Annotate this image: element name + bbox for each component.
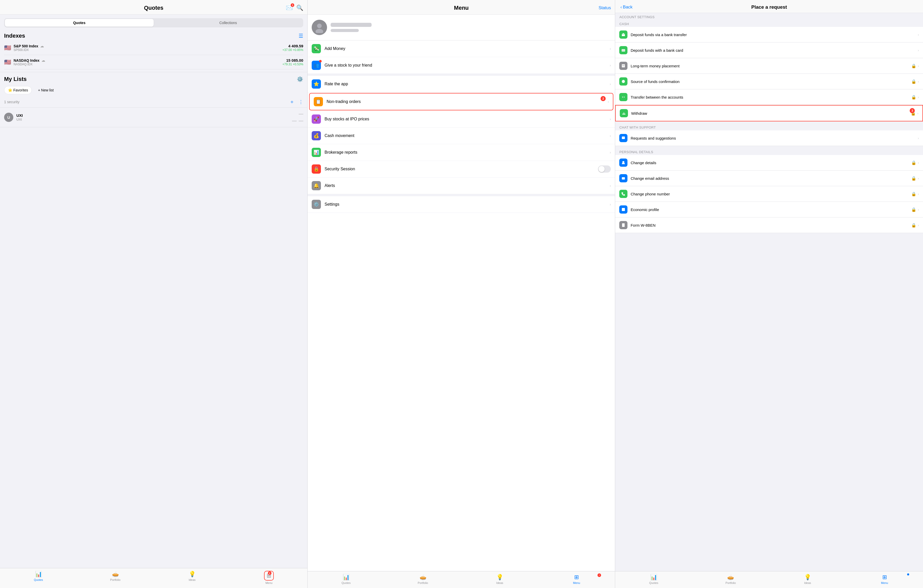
profile-section	[307, 15, 615, 41]
stock-item-uxi[interactable]: U UXI UXI — — —	[0, 108, 307, 127]
give-stock-chevron: ›	[610, 63, 611, 67]
collections-tab[interactable]: Collections	[154, 19, 302, 26]
form-w8ben-item[interactable]: Form W-8BEN 🔒 ›	[615, 217, 923, 233]
deposit-card-label: Deposit funds with a bank card	[631, 48, 918, 53]
deposit-bank-transfer-item[interactable]: Deposit funds via a bank transfer ›	[615, 27, 923, 43]
change-email-item[interactable]: Change email address 🔒 ›	[615, 171, 923, 186]
cash-group: Deposit funds via a bank transfer › Depo…	[615, 27, 923, 122]
ideas-icon-right: 💡	[804, 574, 811, 581]
ideas-label-mid: Ideas	[496, 581, 503, 585]
list-tabs: ⭐ Favorites + New list	[0, 84, 307, 96]
back-button[interactable]: ‹ Back	[620, 5, 632, 10]
security-toggle[interactable]	[598, 166, 611, 172]
ideas-tab-label: Ideas	[189, 578, 195, 581]
alerts-chevron: ›	[610, 184, 611, 188]
menu-item-settings[interactable]: ⚙️ Settings ›	[307, 196, 615, 213]
left-header: Quotes ✉️ 1 🔍	[0, 0, 307, 15]
tab-portfolio-left[interactable]: 🥧 Portfolio	[77, 571, 154, 585]
sp500-change: +37.00 +0.85%	[282, 48, 303, 52]
tab-menu-right[interactable]: ⊞ Menu	[846, 574, 923, 585]
chat-group: Requests and suggestions ›	[615, 130, 923, 146]
security-count: 1 security	[4, 100, 20, 104]
chat-support-header: CHAT WITH SUPPORT	[615, 123, 923, 130]
portfolio-tab-icon: 🥧	[112, 571, 119, 578]
withdraw-item[interactable]: Withdraw 3 🔒 ›	[615, 105, 923, 122]
cash-header: CASH	[615, 20, 923, 27]
long-term-lock: 🔒	[911, 64, 916, 68]
source-funds-label: Source of funds confirmation	[631, 79, 911, 84]
add-security-icon[interactable]: ＋	[289, 99, 294, 105]
status-button[interactable]: Status	[598, 5, 611, 10]
svg-rect-22	[622, 226, 624, 226]
nasdaq-info: NASDAQ Index ☁ NASDAQ.IDX	[13, 58, 282, 66]
add-money-label: Add Money	[325, 46, 610, 51]
long-term-item[interactable]: Long-term money placement 🔒 ›	[615, 58, 923, 74]
rate-label: Rate the app	[325, 82, 610, 86]
menu-item-give-stock[interactable]: 👥 Give a stock to your friend ›	[307, 57, 615, 74]
tab-ideas-mid[interactable]: 💡 Ideas	[461, 574, 538, 585]
tab-ideas-right[interactable]: 💡 Ideas	[769, 574, 846, 585]
menu-item-reports[interactable]: 📊 Brokerage reports ›	[307, 144, 615, 161]
left-panel: Quotes ✉️ 1 🔍 Quotes Collections Indexes…	[0, 0, 307, 588]
portfolio-tab-label: Portfolio	[110, 578, 120, 581]
change-phone-icon	[619, 190, 627, 198]
menu-item-rate-app[interactable]: ⭐ Rate the app ›	[307, 76, 615, 92]
menu-item-non-trading[interactable]: 📋 Non-trading orders 2 ›	[309, 93, 613, 110]
stock-details: UXI UXI	[16, 113, 292, 122]
menu-section-1: 💸 Add Money › 👥 Give a stock to your fri…	[307, 41, 615, 74]
profile-name-blurred	[331, 23, 371, 27]
list-icon[interactable]: ☰	[299, 33, 303, 39]
left-header-icons: ✉️ 1 🔍	[286, 5, 303, 11]
cash-chevron: ›	[610, 134, 611, 138]
transfer-lock: 🔒	[911, 95, 916, 100]
tab-quotes-right[interactable]: 📊 Quotes	[615, 574, 692, 585]
form-w8ben-chevron: ›	[918, 223, 919, 227]
change-email-chevron: ›	[918, 176, 919, 180]
economic-profile-item[interactable]: Economic profile 🔒 ›	[615, 202, 923, 217]
menu-item-alerts[interactable]: 🔔 Alerts ›	[307, 177, 615, 194]
source-funds-item[interactable]: $ Source of funds confirmation 🔒 ›	[615, 74, 923, 89]
deposit-card-item[interactable]: Deposit funds with a bank card ›	[615, 43, 923, 58]
long-term-icon	[619, 62, 627, 70]
right-tab-bar: 📊 Quotes 🥧 Portfolio 💡 Ideas ⊞ Menu	[615, 571, 923, 588]
quotes-tab[interactable]: Quotes	[5, 19, 154, 26]
gear-icon[interactable]: ⚙️	[297, 76, 303, 82]
deposit-transfer-icon	[619, 31, 627, 39]
index-item-sp500[interactable]: 🇺🇸 S&P 500 Index ☁ SP500.IDX 4 409.59 +3…	[4, 41, 303, 55]
mid-header: Menu Status	[307, 0, 615, 15]
rate-icon: ⭐	[312, 79, 321, 89]
menu-item-cash[interactable]: 💰 Cash movement ›	[307, 128, 615, 144]
long-term-chevron: ›	[918, 64, 919, 68]
menu-list: 💸 Add Money › 👥 Give a stock to your fri…	[307, 41, 615, 588]
change-phone-item[interactable]: Change phone number 🔒 ›	[615, 186, 923, 202]
svg-text:$: $	[622, 80, 624, 83]
tab-quotes-mid[interactable]: 📊 Quotes	[307, 574, 384, 585]
change-details-item[interactable]: Change details 🔒 ›	[615, 155, 923, 171]
transfer-label: Transfer between the accounts	[631, 95, 911, 99]
requests-item[interactable]: Requests and suggestions ›	[615, 130, 923, 146]
menu-item-ipo[interactable]: 🚀 Buy stocks at IPO prices ›	[307, 111, 615, 128]
long-term-label: Long-term money placement	[631, 64, 911, 68]
stock-avatar: U	[4, 113, 13, 122]
tab-portfolio-right[interactable]: 🥧 Portfolio	[692, 574, 769, 585]
sp500-info: S&P 500 Index ☁ SP500.IDX	[13, 44, 282, 52]
non-trading-label: Non-trading orders	[327, 99, 608, 104]
new-list-tab[interactable]: + New list	[34, 86, 57, 94]
transfer-accounts-item[interactable]: Transfer between the accounts 🔒 ›	[615, 89, 923, 105]
menu-item-security[interactable]: 🔒 Security Session	[307, 161, 615, 177]
tab-menu-left[interactable]: ⊞ 1 Menu	[230, 571, 307, 585]
tab-portfolio-mid[interactable]: 🥧 Portfolio	[384, 574, 461, 585]
menu-item-add-money[interactable]: 💸 Add Money ›	[307, 41, 615, 57]
mail-icon[interactable]: ✉️ 1	[286, 5, 293, 11]
portfolio-icon-right: 🥧	[727, 574, 734, 581]
economic-profile-chevron: ›	[918, 208, 919, 212]
change-details-chevron: ›	[918, 161, 919, 165]
tab-menu-mid[interactable]: ⊞ • Menu	[538, 574, 615, 585]
index-item-nasdaq[interactable]: 🇺🇸 NASDAQ Index ☁ NASDAQ.IDX 15 085.00 +…	[4, 55, 303, 69]
search-icon[interactable]: 🔍	[296, 5, 303, 11]
tab-ideas-left[interactable]: 💡 Ideas	[154, 571, 230, 585]
favorites-tab[interactable]: ⭐ Favorites	[4, 86, 32, 94]
tab-quotes-left[interactable]: 📊 Quotes	[0, 571, 77, 585]
change-phone-chevron: ›	[918, 192, 919, 196]
more-icon[interactable]: ⋮	[299, 99, 303, 105]
